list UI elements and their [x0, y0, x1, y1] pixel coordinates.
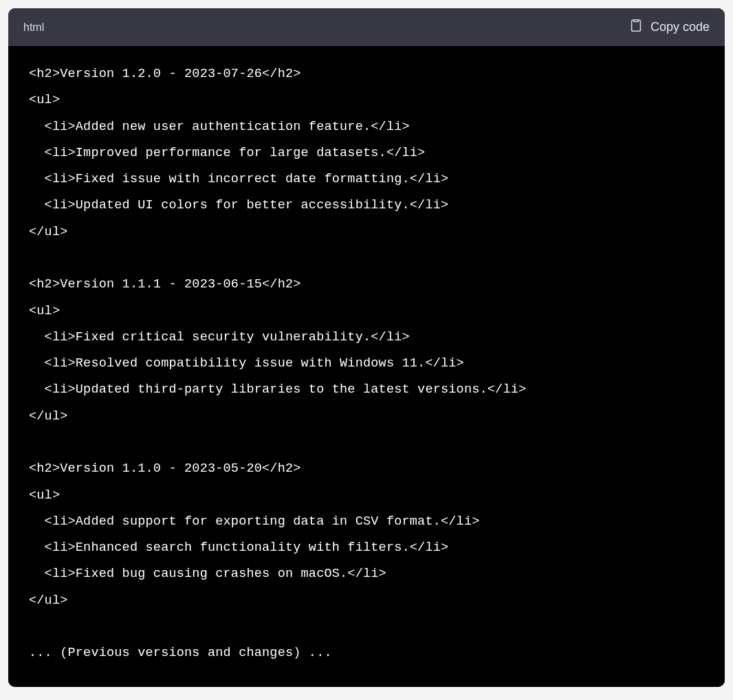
code-header: html Copy code — [8, 8, 725, 46]
code-content: <h2>Version 1.2.0 - 2023-07-26</h2> <ul>… — [8, 46, 725, 687]
language-label: html — [23, 21, 44, 34]
code-block: html Copy code <h2>Version 1.2.0 - 2023-… — [8, 8, 725, 687]
svg-rect-0 — [633, 20, 638, 22]
copy-code-button[interactable]: Copy code — [628, 18, 710, 36]
clipboard-icon — [628, 18, 644, 36]
copy-code-label: Copy code — [650, 20, 710, 34]
